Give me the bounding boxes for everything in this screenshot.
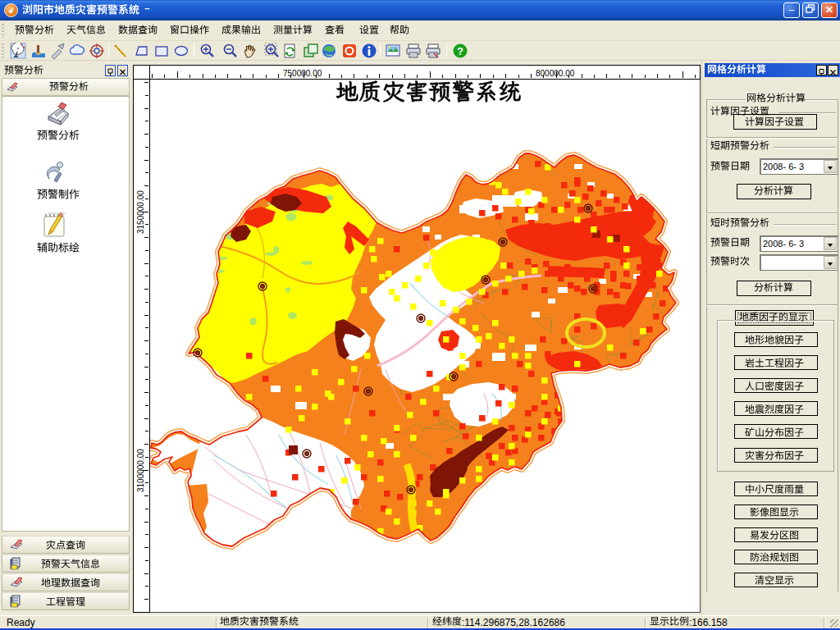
svg-text:?: ?: [457, 45, 463, 57]
